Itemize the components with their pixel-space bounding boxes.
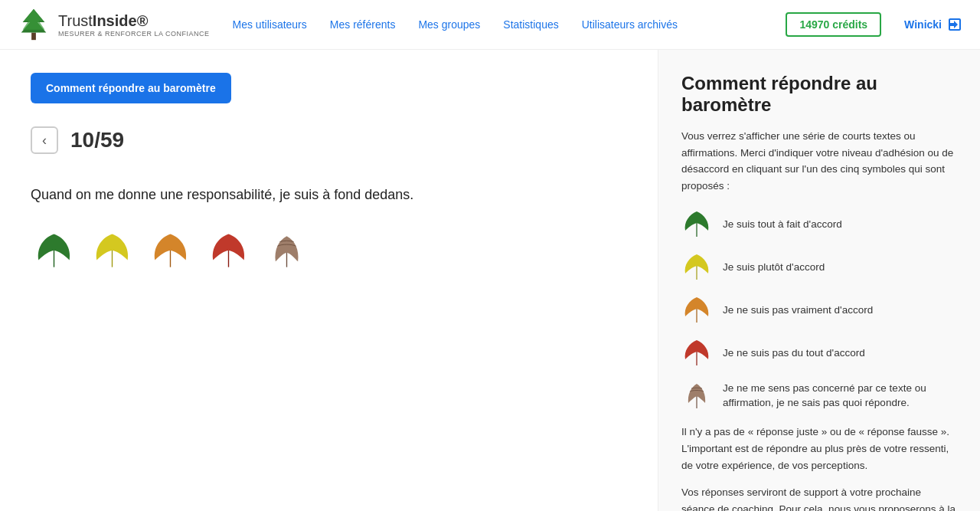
right-panel-title: Comment répondre au baromètre bbox=[681, 73, 957, 116]
logo-sub: Inside bbox=[93, 12, 137, 29]
green-leaf-icon bbox=[33, 231, 75, 273]
logo-text: TrustInside® bbox=[58, 12, 210, 30]
right-panel: Comment répondre au baromètre Vous verre… bbox=[658, 50, 980, 511]
response-label-4: Je ne suis pas du tout d'accord bbox=[723, 346, 865, 361]
response-red-leaf-icon bbox=[681, 338, 712, 369]
progress-text: 10/59 bbox=[70, 128, 124, 152]
leaf-options bbox=[31, 228, 627, 274]
response-orange-leaf-icon bbox=[681, 295, 712, 326]
yellow-leaf-icon bbox=[91, 231, 133, 273]
response-label-1: Je suis tout à fait d'accord bbox=[723, 218, 842, 232]
nav-mes-utilisateurs[interactable]: Mes utilisateurs bbox=[233, 18, 307, 31]
tree-logo-icon bbox=[15, 6, 52, 43]
nav-utilisateurs-archives[interactable]: Utilisateurs archivés bbox=[582, 18, 678, 31]
nav-mes-referents[interactable]: Mes référents bbox=[330, 18, 396, 31]
response-label-5: Je ne me sens pas concerné par ce texte … bbox=[723, 382, 957, 411]
response-option-5: Je ne me sens pas concerné par ce texte … bbox=[681, 381, 957, 411]
user-menu[interactable]: Winicki bbox=[904, 15, 965, 34]
main-nav: Mes utilisateurs Mes référents Mes group… bbox=[233, 18, 763, 31]
leaf-green-option[interactable] bbox=[31, 228, 77, 274]
logo-tagline: MESURER & RENFORCER LA CONFIANCE bbox=[58, 30, 210, 38]
response-brown-leaf-icon bbox=[681, 381, 712, 411]
svg-marker-2 bbox=[23, 9, 45, 30]
main-container: Comment répondre au baromètre ‹ 10/59 Qu… bbox=[0, 50, 980, 511]
red-leaf-icon bbox=[207, 231, 250, 273]
orange-leaf-icon bbox=[149, 231, 191, 273]
response-option-4: Je ne suis pas du tout d'accord bbox=[681, 338, 957, 369]
response-label-3: Je ne suis pas vraiment d'accord bbox=[723, 303, 873, 318]
progress-area: ‹ 10/59 bbox=[31, 126, 627, 154]
intro-text: Vous verrez s'afficher une série de cour… bbox=[681, 128, 957, 194]
svg-rect-0 bbox=[31, 33, 36, 41]
question-text: Quand on me donne une responsabilité, je… bbox=[31, 185, 627, 205]
response-label-2: Je suis plutôt d'accord bbox=[723, 260, 825, 275]
logo[interactable]: TrustInside® MESURER & RENFORCER LA CONF… bbox=[15, 6, 210, 43]
user-name: Winicki bbox=[904, 18, 942, 31]
leaf-orange-option[interactable] bbox=[147, 228, 193, 274]
nav-statistiques[interactable]: Statistiques bbox=[503, 18, 558, 31]
left-panel: Comment répondre au baromètre ‹ 10/59 Qu… bbox=[0, 50, 658, 511]
help-button[interactable]: Comment répondre au baromètre bbox=[31, 73, 231, 103]
leaf-red-option[interactable] bbox=[205, 228, 251, 274]
nav-mes-groupes[interactable]: Mes groupes bbox=[418, 18, 480, 31]
response-option-3: Je ne suis pas vraiment d'accord bbox=[681, 295, 957, 326]
credits-button[interactable]: 14970 crédits bbox=[786, 12, 881, 37]
logout-icon bbox=[946, 15, 965, 34]
response-green-leaf-icon bbox=[681, 209, 712, 240]
logo-main: Trust bbox=[58, 12, 93, 29]
response-yellow-leaf-icon bbox=[681, 252, 712, 283]
paragraph-1: Il n'y a pas de « réponse juste » ou de … bbox=[681, 424, 957, 473]
leaf-brown-option[interactable] bbox=[263, 228, 309, 274]
paragraph-2: Vos réponses serviront de support à votr… bbox=[681, 484, 957, 511]
response-option-1: Je suis tout à fait d'accord bbox=[681, 209, 957, 240]
brown-leaf-icon bbox=[266, 231, 308, 273]
response-option-2: Je suis plutôt d'accord bbox=[681, 252, 957, 283]
leaf-yellow-option[interactable] bbox=[89, 228, 135, 274]
back-button[interactable]: ‹ bbox=[31, 126, 58, 154]
